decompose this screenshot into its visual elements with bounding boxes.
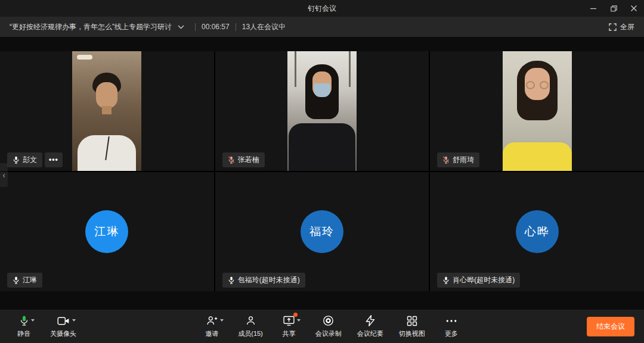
meeting-toolbar: 静音 关摄像头: [0, 310, 644, 343]
participant-count: 13人在会议中: [242, 22, 286, 32]
participant-name: 包福玲(超时未接通): [238, 275, 300, 285]
divider: [236, 23, 236, 31]
participant-name: 张若楠: [238, 155, 259, 165]
name-badge: 张若楠: [222, 152, 265, 167]
switch-view-button[interactable]: 切换视图: [399, 314, 425, 338]
participant-tile-baofuling[interactable]: 福玲 包福玲(超时未接通): [215, 172, 429, 292]
dropdown-caret[interactable]: [31, 319, 35, 322]
layout-grid-icon: [407, 314, 417, 327]
more-options-button[interactable]: •••: [45, 152, 63, 167]
chevron-down-icon[interactable]: [178, 25, 184, 29]
minutes-icon: [365, 314, 376, 327]
name-badge: 肖心晔(超时未接通): [437, 273, 520, 288]
divider: [195, 23, 196, 31]
invite-button[interactable]: 邀请: [201, 314, 222, 338]
dingtalk-meeting-window: 钉钉会议: [0, 0, 644, 343]
share-screen-icon: [283, 314, 295, 327]
microphone-icon: [20, 314, 29, 327]
avatar: 福玲: [301, 210, 343, 253]
participant-tile-zhangruonan[interactable]: 张若楠: [215, 51, 429, 171]
participant-video: [503, 51, 572, 171]
participant-name: 江琳: [23, 275, 37, 285]
fullscreen-icon: [609, 23, 617, 31]
mic-on-icon: [228, 276, 235, 284]
mute-button[interactable]: 静音: [13, 314, 35, 338]
share-screen-button[interactable]: 共享: [278, 314, 300, 338]
participant-name: 舒雨琦: [453, 155, 474, 165]
name-badge: 包福玲(超时未接通): [222, 273, 305, 288]
participant-grid: 彭文 •••: [0, 51, 644, 291]
meeting-title[interactable]: “更好按经济规律办事，青年怎么”线上专题学习研讨: [10, 22, 172, 32]
name-badge: 彭文: [7, 152, 42, 167]
name-badge: 江琳: [7, 273, 42, 288]
mic-on-icon: [13, 156, 20, 164]
window-title: 钉钉会议: [0, 4, 644, 14]
mic-on-icon: [442, 276, 450, 284]
participant-name: 肖心晔(超时未接通): [453, 275, 515, 285]
previous-page-arrow[interactable]: ‹: [0, 163, 8, 187]
dropdown-caret[interactable]: [297, 319, 301, 322]
members-icon: [245, 314, 256, 327]
invite-icon: [206, 314, 218, 327]
fullscreen-button[interactable]: 全屏: [609, 22, 634, 32]
avatar: 心晔: [516, 210, 559, 253]
avatar: 江琳: [85, 210, 128, 253]
window-titlebar: 钉钉会议: [0, 0, 644, 17]
mic-muted-icon: [228, 156, 235, 164]
window-controls: [583, 0, 644, 17]
participant-tile-shuyuqi[interactable]: 舒雨琦: [430, 51, 644, 171]
minimize-button[interactable]: [583, 0, 603, 17]
camera-off-button[interactable]: 关摄像头: [50, 314, 76, 338]
participant-video: [72, 51, 141, 171]
minutes-button[interactable]: 会议纪要: [357, 314, 383, 338]
participant-video: [287, 51, 357, 171]
camera-icon: [57, 314, 70, 327]
meeting-info-bar: “更好按经济规律办事，青年怎么”线上专题学习研讨 00:06:57 13人在会议…: [0, 17, 644, 37]
participant-tile-xiaoxinye[interactable]: 心晔 肖心晔(超时未接通): [430, 172, 644, 292]
mic-muted-icon: [442, 156, 450, 164]
name-badge: 舒雨琦: [437, 152, 479, 167]
notification-dot: [293, 313, 298, 317]
record-icon: [323, 314, 334, 327]
record-button[interactable]: 会议录制: [315, 314, 342, 338]
end-meeting-button[interactable]: 结束会议: [587, 317, 634, 336]
fullscreen-label: 全屏: [620, 22, 634, 32]
restore-button[interactable]: [603, 0, 624, 17]
meeting-timer: 00:06:57: [202, 23, 230, 31]
participant-tile-pengwen[interactable]: 彭文 •••: [0, 51, 214, 171]
more-button[interactable]: 更多: [441, 314, 462, 338]
close-button[interactable]: [624, 0, 644, 17]
members-button[interactable]: 成员(15): [238, 314, 263, 338]
video-stage: 彭文 •••: [0, 37, 644, 310]
participant-name: 彭文: [23, 155, 37, 165]
dropdown-caret[interactable]: [72, 319, 76, 322]
more-icon: [445, 314, 457, 327]
participant-tile-jianglin[interactable]: 江琳 江琳: [0, 172, 214, 292]
mic-on-icon: [13, 276, 20, 284]
dropdown-caret[interactable]: [220, 319, 224, 322]
